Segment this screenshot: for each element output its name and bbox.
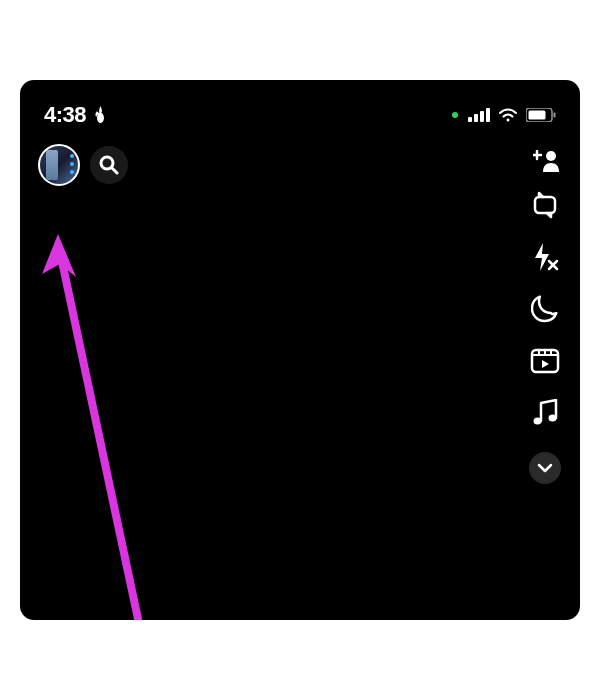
svg-point-11 <box>546 151 556 161</box>
top-controls <box>20 136 580 186</box>
svg-rect-0 <box>468 117 472 122</box>
svg-rect-5 <box>529 111 546 120</box>
svg-rect-6 <box>554 113 556 118</box>
svg-line-22 <box>60 252 138 619</box>
camera-tools-panel <box>528 188 562 484</box>
expand-tools-button[interactable] <box>529 452 561 484</box>
clock-time: 4:38 <box>44 102 86 128</box>
privacy-indicator-dot <box>452 112 458 118</box>
flash-off-button[interactable] <box>528 240 562 274</box>
flash-off-icon <box>531 242 559 272</box>
search-icon <box>99 155 119 175</box>
add-friend-button[interactable] <box>532 148 562 174</box>
svg-rect-2 <box>480 111 484 122</box>
night-mode-button[interactable] <box>528 292 562 326</box>
video-clip-icon <box>530 348 560 374</box>
app-screen: 4:38 <box>20 80 580 620</box>
svg-rect-3 <box>486 108 490 122</box>
search-button[interactable] <box>90 146 128 184</box>
fire-icon <box>92 105 108 125</box>
svg-point-21 <box>549 415 557 422</box>
profile-avatar[interactable] <box>38 144 80 186</box>
battery-icon <box>526 108 556 122</box>
svg-marker-23 <box>42 234 76 277</box>
flip-camera-button[interactable] <box>528 188 562 222</box>
status-left: 4:38 <box>44 102 108 128</box>
music-icon <box>532 399 558 427</box>
annotation-arrow <box>38 234 148 620</box>
top-left-controls <box>38 144 128 186</box>
svg-point-20 <box>534 418 542 425</box>
wifi-icon <box>498 108 518 122</box>
night-mode-icon <box>531 295 559 323</box>
svg-rect-12 <box>535 197 555 213</box>
svg-rect-1 <box>474 114 478 122</box>
add-friend-icon <box>533 150 561 172</box>
flip-camera-icon <box>531 191 559 219</box>
cellular-signal-icon <box>468 108 490 122</box>
status-bar: 4:38 <box>20 80 580 136</box>
status-right <box>452 108 556 122</box>
music-button[interactable] <box>528 396 562 430</box>
chevron-down-icon <box>537 463 553 473</box>
svg-line-8 <box>112 168 117 173</box>
video-clip-button[interactable] <box>528 344 562 378</box>
